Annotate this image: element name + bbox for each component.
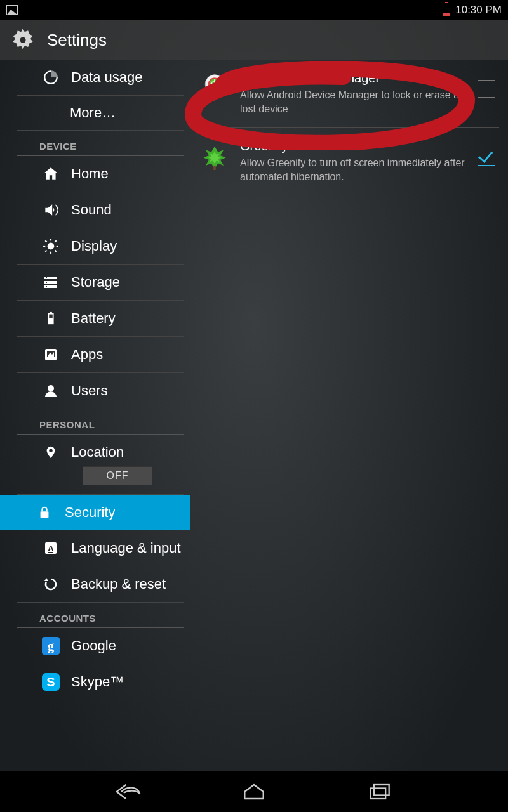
- sidebar-item-label: Location: [71, 444, 124, 461]
- setting-title: Greenify Automator: [240, 139, 469, 154]
- category-accounts: ACCOUNTS: [17, 603, 184, 628]
- image-icon: [6, 5, 18, 15]
- svg-rect-15: [46, 277, 47, 278]
- sidebar-item-skype[interactable]: S Skype™: [17, 664, 184, 700]
- sidebar-item-battery[interactable]: Battery: [17, 301, 184, 337]
- svg-rect-16: [46, 282, 47, 283]
- home-button[interactable]: [239, 779, 269, 804]
- back-button[interactable]: [113, 779, 144, 804]
- sidebar-item-display[interactable]: Display: [17, 228, 184, 265]
- svg-marker-29: [44, 578, 48, 581]
- svg-rect-36: [370, 789, 385, 799]
- sidebar-item-label: Battery: [71, 310, 116, 327]
- sidebar-item-label: Language & input: [71, 540, 181, 556]
- battery-low-icon: [443, 4, 450, 16]
- toggle-off-state: OFF: [83, 466, 152, 485]
- sidebar-item-home[interactable]: Home: [17, 156, 184, 192]
- storage-icon: [42, 273, 60, 291]
- setting-greenify-automator[interactable]: Greenify Automator Allow Greenify to tur…: [194, 128, 499, 195]
- backup-icon: [42, 575, 60, 593]
- sidebar-item-data-usage[interactable]: Data usage: [17, 60, 184, 96]
- sidebar-item-label: More…: [70, 105, 116, 121]
- setting-title: Android Device Manager: [240, 71, 469, 86]
- sidebar-item-label: Storage: [71, 274, 120, 291]
- sidebar-item-label: Home: [71, 166, 109, 182]
- svg-rect-28: [48, 552, 53, 553]
- svg-rect-35: [213, 166, 216, 170]
- data-usage-icon: [42, 69, 60, 86]
- svg-point-3: [48, 243, 55, 250]
- svg-rect-19: [50, 312, 52, 313]
- action-bar: Settings: [0, 20, 508, 60]
- setting-description: Allow Greenify to turn off screen immedi…: [240, 156, 469, 183]
- sidebar-item-more[interactable]: More…: [17, 96, 184, 131]
- users-icon: [42, 382, 60, 400]
- sidebar-item-label: Google: [71, 638, 116, 654]
- sidebar-item-sound[interactable]: Sound: [17, 192, 184, 228]
- home-icon: [42, 165, 60, 183]
- sidebar-item-label: Data usage: [71, 69, 143, 86]
- gear-icon: [9, 26, 37, 54]
- category-personal: PERSONAL: [17, 409, 184, 435]
- display-icon: [42, 237, 60, 255]
- google-icon: g: [42, 637, 60, 655]
- sidebar-item-backup[interactable]: Backup & reset: [17, 566, 184, 603]
- apps-icon: [42, 346, 60, 363]
- sidebar-item-users[interactable]: Users: [17, 373, 184, 409]
- category-device: DEVICE: [17, 131, 184, 156]
- svg-rect-37: [374, 785, 389, 796]
- svg-line-9: [55, 251, 57, 252]
- svg-line-11: [55, 240, 57, 242]
- greenify-icon: [198, 139, 231, 172]
- language-icon: A: [42, 539, 60, 557]
- location-toggle[interactable]: OFF: [17, 466, 184, 495]
- svg-line-8: [45, 240, 46, 242]
- sidebar-item-apps[interactable]: Apps: [17, 337, 184, 373]
- location-icon: [42, 443, 60, 461]
- sidebar-item-label: Apps: [71, 346, 103, 363]
- sidebar-item-location[interactable]: Location: [17, 435, 184, 470]
- sidebar-item-google[interactable]: g Google: [17, 628, 184, 664]
- sidebar-item-label: Users: [71, 383, 107, 399]
- svg-point-2: [20, 37, 25, 43]
- svg-point-24: [48, 385, 54, 391]
- sidebar-item-language[interactable]: A Language & input: [17, 530, 184, 566]
- setting-android-device-manager[interactable]: Android Device Manager Allow Android Dev…: [194, 60, 499, 128]
- sidebar-item-storage[interactable]: Storage: [17, 265, 184, 301]
- sidebar-item-label: Security: [65, 504, 115, 521]
- settings-sidebar: Data usage More… DEVICE Home Sound Displ…: [0, 60, 190, 771]
- status-bar: 10:30 PM: [0, 0, 508, 20]
- page-title: Settings: [47, 30, 107, 50]
- detail-pane: Android Device Manager Allow Android Dev…: [190, 60, 508, 771]
- battery-icon: [42, 310, 60, 327]
- clock: 10:30 PM: [455, 4, 502, 16]
- recents-button[interactable]: [364, 779, 395, 804]
- sidebar-item-label: Display: [71, 238, 117, 254]
- checkbox[interactable]: [478, 148, 495, 166]
- skype-icon: S: [42, 673, 60, 691]
- svg-rect-20: [49, 315, 53, 318]
- sound-icon: [42, 201, 60, 219]
- setting-description: Allow Android Device Manager to lock or …: [240, 88, 469, 115]
- sidebar-item-label: Sound: [71, 202, 112, 218]
- svg-rect-25: [41, 511, 49, 518]
- sidebar-item-security[interactable]: Security: [0, 495, 190, 530]
- lock-icon: [36, 504, 53, 521]
- navigation-bar: [0, 771, 508, 812]
- svg-line-10: [45, 251, 46, 252]
- svg-text:A: A: [48, 544, 54, 553]
- svg-rect-17: [46, 286, 47, 287]
- sidebar-item-label: Skype™: [71, 674, 124, 690]
- sidebar-item-label: Backup & reset: [71, 576, 166, 593]
- checkbox[interactable]: [478, 80, 495, 98]
- adm-icon: [198, 71, 231, 104]
- notification-icon: [6, 5, 18, 15]
